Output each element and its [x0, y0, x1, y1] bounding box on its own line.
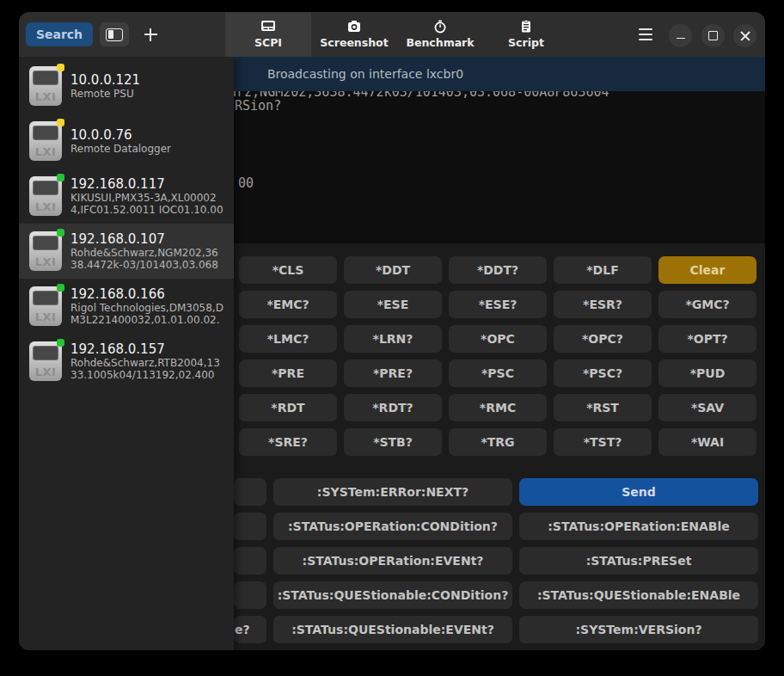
scpi-command-button[interactable]: *TRG [449, 428, 547, 456]
stopwatch-icon [432, 20, 449, 34]
tab-label: SCPI [254, 36, 282, 49]
scpi-command-button[interactable]: *RST [554, 394, 652, 421]
clear-button[interactable]: Clear [658, 256, 756, 284]
scpi-command-button[interactable]: *OPC? [554, 325, 652, 353]
command-button-fragment[interactable]: e? [234, 616, 266, 643]
scpi-command-button[interactable]: *PSC [449, 360, 547, 387]
device-list: LXI 10.0.0.121 Remote PSU LXI 10.0.0.76 … [19, 58, 234, 389]
scpi-command-button[interactable]: *PUD [658, 360, 756, 387]
lxi-device-icon: LXI [29, 176, 62, 216]
status-dot [57, 284, 64, 292]
command-button[interactable]: :STATus:QUEStionable:CONDition? [273, 581, 512, 609]
device-description: Rohde&Schwarz,NGM202,3638.4472k-03/10140… [70, 247, 224, 271]
command-button[interactable]: :STATus:QUEStionable:ENABle [519, 581, 758, 609]
command-button-fragment[interactable] [234, 547, 266, 575]
scpi-command-button[interactable]: *PSC? [554, 360, 652, 387]
maximize-icon [708, 31, 718, 40]
scpi-command-button[interactable]: *OPT? [658, 325, 756, 353]
scpi-command-button[interactable]: *SAV [658, 394, 756, 421]
tab-script[interactable]: Script [483, 12, 569, 57]
scpi-command-button[interactable]: *DLF [554, 256, 652, 284]
maximize-button[interactable] [701, 24, 725, 47]
app-window: Search SCPI [19, 12, 765, 650]
script-icon [518, 20, 535, 34]
device-list-item[interactable]: LXI 192.168.0.157 Rohde&Schwarz,RTB2004,… [19, 334, 234, 389]
command-row: :STATus:QUEStionable:CONDition?:STATus:Q… [234, 581, 758, 609]
command-row: :SYSTem:ERRor:NEXT?Send [234, 478, 758, 506]
status-dot [57, 339, 64, 347]
scpi-command-button[interactable]: *OPC [449, 325, 547, 353]
scpi-command-button[interactable]: *ESR? [554, 291, 652, 318]
minimize-button[interactable] [669, 24, 692, 47]
status-dot [57, 119, 64, 126]
device-list-item[interactable]: LXI 192.168.0.107 Rohde&Schwarz,NGM202,3… [19, 224, 234, 279]
lxi-device-icon: LXI [29, 231, 62, 271]
device-ip: 192.168.0.117 [70, 176, 224, 192]
command-button[interactable]: :STATus:OPERation:ENABle [519, 513, 758, 540]
lxi-label: LXI [29, 255, 62, 268]
scpi-command-button[interactable]: *DDT? [449, 256, 547, 284]
scpi-command-button[interactable]: *GMC? [658, 291, 756, 318]
scpi-command-button[interactable]: *RMC [449, 394, 547, 421]
lxi-label: LXI [29, 90, 62, 103]
scpi-command-button[interactable]: *LMC? [239, 325, 337, 353]
lxi-screen [34, 347, 58, 360]
scpi-command-button[interactable]: *ESE? [449, 291, 547, 318]
command-button-fragment[interactable] [234, 478, 266, 506]
command-button[interactable]: :SYSTem:VERSion? [519, 616, 758, 643]
lxi-screen [34, 181, 58, 194]
device-ip: 10.0.0.76 [70, 127, 171, 143]
tab-screenshot[interactable]: Screenshot [311, 12, 397, 57]
scpi-command-button[interactable]: *PRE? [344, 360, 442, 387]
close-button[interactable] [733, 24, 756, 47]
command-button[interactable]: :STATus:QUEStionable:EVENt? [273, 616, 512, 643]
command-grid: :SYSTem:ERRor:NEXT?Send:STATus:OPERation… [234, 478, 758, 643]
scpi-command-button[interactable]: *EMC? [239, 291, 337, 318]
command-button-fragment[interactable] [234, 513, 266, 540]
device-text: 10.0.0.76 Remote Datalogger [70, 127, 171, 155]
scpi-command-button[interactable]: *ESE [344, 291, 442, 318]
scpi-command-button[interactable]: *RDT [239, 394, 337, 421]
command-button[interactable]: :STATus:OPERation:EVENt? [273, 547, 512, 575]
device-list-item[interactable]: LXI 10.0.0.76 Remote Datalogger [19, 114, 234, 169]
scpi-grid: *CLS*DDT*DDT?*DLFClear*EMC?*ESE*ESE?*ESR… [239, 256, 756, 456]
main-menu-button[interactable] [639, 28, 654, 40]
command-button-fragment[interactable] [234, 581, 266, 609]
scpi-command-button[interactable]: *SRE? [239, 428, 337, 456]
device-list-item[interactable]: LXI 10.0.0.121 Remote PSU [19, 58, 234, 114]
scpi-command-button[interactable]: *TST? [554, 428, 652, 456]
device-text: 192.168.0.157 Rohde&Schwarz,RTB2004,1333… [70, 341, 224, 381]
scpi-command-button[interactable]: *STB? [344, 428, 442, 456]
scpi-command-button[interactable]: *RDT? [344, 394, 442, 421]
tab-scpi[interactable]: SCPI [225, 12, 311, 57]
sidebar-panel-icon [106, 28, 123, 41]
scpi-command-button[interactable]: *WAI [658, 428, 756, 456]
new-tab-button[interactable] [138, 22, 163, 46]
device-ip: 192.168.0.157 [70, 341, 224, 357]
device-list-item[interactable]: LXI 192.168.0.117 KIKUSUI,PMX35-3A,XL000… [19, 169, 234, 224]
sidebar-toggle-button[interactable] [100, 22, 129, 46]
send-button[interactable]: Send [519, 478, 758, 506]
device-text: 192.168.0.117 KIKUSUI,PMX35-3A,XL000024,… [70, 176, 224, 216]
command-button[interactable]: :STATus:PRESet [519, 547, 758, 575]
device-text: 192.168.0.166 Rigol Technologies,DM3058,… [70, 286, 224, 326]
device-description: Rohde&Schwarz,RTB2004,1333.1005k04/11319… [70, 357, 224, 381]
lxi-screen [34, 237, 58, 249]
command-button[interactable]: :STATus:OPERation:CONDition? [273, 513, 512, 540]
device-list-item[interactable]: LXI 192.168.0.166 Rigol Technologies,DM3… [19, 279, 234, 334]
tab-label: Script [508, 36, 544, 49]
search-button[interactable]: Search [26, 22, 93, 46]
lxi-label: LXI [29, 145, 62, 158]
lxi-label: LXI [29, 310, 62, 323]
scpi-terminal-icon [260, 20, 277, 34]
command-button[interactable]: :SYSTem:ERRor:NEXT? [273, 478, 512, 506]
scpi-command-button[interactable]: *PRE [239, 360, 337, 387]
tab-benchmark[interactable]: Benchmark [397, 12, 483, 57]
scpi-command-button[interactable]: *LRN? [344, 325, 442, 353]
device-sidebar: LXI 10.0.0.121 Remote PSU LXI 10.0.0.76 … [19, 57, 234, 650]
scpi-command-button[interactable]: *DDT [344, 256, 442, 284]
device-text: 10.0.0.121 Remote PSU [70, 72, 140, 100]
lxi-label: LXI [29, 200, 62, 213]
scpi-command-button[interactable]: *CLS [239, 256, 337, 284]
lxi-device-icon: LXI [29, 341, 62, 381]
